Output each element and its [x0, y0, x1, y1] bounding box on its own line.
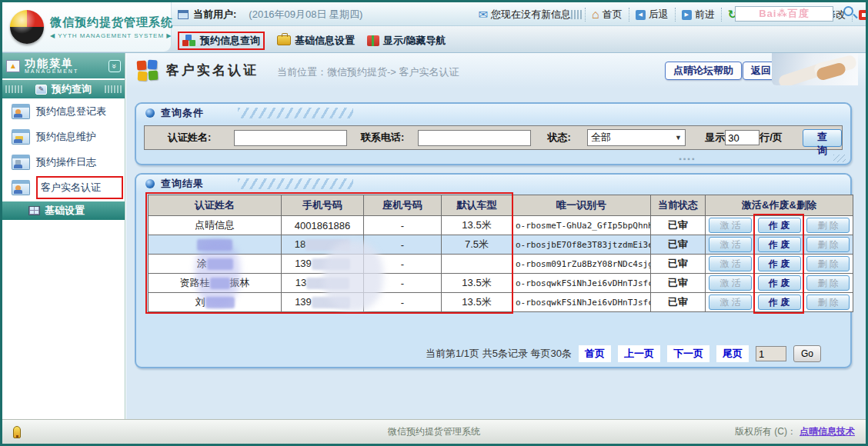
invalidate-button[interactable]: 作 废 — [758, 218, 801, 233]
home-label: 首页 — [603, 8, 623, 22]
redacted-blob — [207, 258, 233, 270]
sidebar-item-info-maintenance[interactable]: 预约信息维护 — [2, 124, 125, 149]
back-link[interactable]: ◀ 后退 — [629, 8, 675, 22]
status-label: 状态: — [531, 131, 587, 145]
table-row: 刘 139 - 13.5米 o-rbosqwkFSiNhJei6vDHnTJsf… — [149, 293, 853, 312]
sidebar-item-realname-auth[interactable]: 客户实名认证 — [2, 175, 125, 200]
status-select[interactable]: 全部 ▼ — [587, 129, 686, 146]
auth-name-input[interactable] — [234, 130, 347, 146]
activate-button: 激 活 — [709, 256, 752, 271]
stripe-decoration — [5, 85, 22, 93]
col-actions: 激活&作废&删除 — [706, 195, 853, 216]
form-person-icon — [12, 104, 30, 119]
auth-name-cell[interactable] — [149, 235, 282, 255]
col-truck-type: 默认车型 — [442, 195, 512, 216]
name-text: 刘 — [195, 296, 205, 308]
search-button[interactable]: 查询 — [803, 129, 842, 147]
auth-name-cell[interactable]: 点晴信息 — [149, 216, 282, 235]
copyright-link[interactable]: 点晴信息技术 — [800, 425, 855, 438]
query-panel-title: 查询条件 — [161, 106, 204, 120]
redacted-blob — [312, 258, 350, 270]
search-icon[interactable] — [843, 6, 853, 16]
nav-item-basic-settings[interactable]: 基础信息设置 — [277, 34, 355, 48]
uid-cell: o-rbosm091rZu8BzY08rNDc4sjgw — [512, 255, 651, 274]
window-icon — [178, 10, 189, 19]
breadcrumb: 当前位置：微信预约提货-> 客户实名认证 — [277, 65, 459, 79]
landline-cell: - — [364, 274, 442, 293]
truck-cell: 13.5米 — [442, 293, 512, 312]
auth-name-label: 认证姓名: — [145, 131, 234, 145]
auth-name-cell[interactable]: 资路桂振林 — [149, 274, 282, 293]
auth-name-cell[interactable]: 刘 — [149, 293, 282, 312]
pagination-summary: 当前第1/1页 共5条记录 每页30条 — [426, 347, 572, 361]
invalidate-button[interactable]: 作 废 — [758, 295, 801, 310]
rows-per-page-input[interactable] — [725, 130, 760, 145]
invalidate-button[interactable]: 作 废 — [758, 256, 801, 271]
sidebar-item-label: 客户实名认证 — [36, 176, 123, 199]
nav-toggle-label: 显示/隐藏导航 — [383, 34, 446, 48]
delete-button: 删 除 — [806, 218, 850, 233]
baidu-watermark: Bai⁂百度 — [759, 7, 810, 21]
status-cell: 已审 — [651, 235, 706, 255]
sidebar-section-appointment-query[interactable]: ✎ 预约查询 — [2, 80, 125, 98]
pencil-icon: ✎ — [35, 85, 47, 95]
sidebar-section-basic-settings[interactable]: 基础设置 — [2, 201, 125, 220]
col-auth-name: 认证姓名 — [149, 195, 282, 216]
mobile-cell: 139 — [282, 255, 364, 274]
nav-item-toggle-sidebar[interactable]: 显示/隐藏导航 — [367, 34, 446, 48]
main-content: 客户实名认证 当前位置：微信预约提货-> 客户实名认证 点晴论坛帮助 返回 查询… — [126, 53, 866, 419]
actions-cell: 激 活 作 废 删 除 — [706, 235, 853, 255]
panel-drag-handle[interactable]: ▪▪▪▪ — [679, 155, 696, 163]
actions-cell: 激 活 作 废 删 除 — [706, 216, 853, 235]
forward-label: 前进 — [695, 8, 715, 22]
query-form: 认证姓名: 联系电话: 状态: 全部 ▼ 显示 行/页 查询 — [144, 125, 843, 150]
mobile-text: 139 — [295, 296, 312, 308]
home-link[interactable]: ⌂ 首页 — [585, 8, 629, 22]
show-label: 显示 — [705, 131, 725, 145]
sidebar-header: ▲ 功能菜单 MANAGEMENT » — [2, 53, 125, 78]
forum-help-button[interactable]: 点晴论坛帮助 — [665, 62, 742, 80]
footer: 微信预约提货管理系统 版权所有 (C)： 点晴信息技术 — [2, 419, 866, 444]
sidebar-collapse-button[interactable]: » — [108, 60, 121, 72]
forward-link[interactable]: ▶ 前进 — [675, 8, 721, 22]
prev-page-link[interactable]: 上一页 — [618, 345, 660, 362]
sidebar-item-registration-list[interactable]: 预约信息登记表 — [2, 98, 125, 124]
landline-cell: - — [364, 235, 442, 255]
table-row: 涂 139 - o-rbosm091rZu8BzY08rNDc4sjgw 已审 … — [149, 255, 853, 274]
page-blocks-icon — [137, 60, 159, 82]
baidu-search-input[interactable]: Bai⁂百度 — [735, 6, 833, 22]
redacted-blob — [306, 278, 349, 289]
cubes-icon — [182, 35, 196, 47]
folder-screen-icon — [12, 129, 30, 145]
sidebar-title: 功能菜单 — [25, 58, 78, 68]
mobile-text: 13 — [295, 277, 306, 288]
contact-phone-input[interactable] — [418, 130, 531, 146]
delete-button: 删 除 — [806, 275, 850, 291]
redacted-blob — [312, 297, 350, 308]
nav-item-appointment-query[interactable]: 预约信息查询 — [178, 32, 265, 50]
col-status: 当前状态 — [651, 195, 706, 216]
next-page-link[interactable]: 下一页 — [667, 345, 709, 362]
go-button[interactable]: Go — [793, 345, 821, 362]
invalidate-button[interactable]: 作 废 — [758, 237, 801, 252]
contact-phone-label: 联系电话: — [347, 131, 418, 145]
col-mobile: 手机号码 — [282, 195, 364, 216]
nav-settings-label: 基础信息设置 — [295, 34, 355, 48]
forward-icon: ▶ — [682, 10, 692, 20]
sidebar-subtitle: MANAGEMENT — [25, 68, 78, 74]
name-text: 资路桂 — [180, 277, 210, 288]
col-unique-id: 唯一识别号 — [512, 195, 651, 216]
last-page-link[interactable]: 尾页 — [716, 345, 749, 362]
page-number-input[interactable] — [756, 346, 786, 361]
activate-button: 激 活 — [709, 237, 752, 252]
landline-cell: - — [364, 255, 442, 274]
first-page-link[interactable]: 首页 — [579, 345, 611, 362]
sidebar-item-label: 预约信息登记表 — [36, 105, 106, 118]
nav-query-label: 预约信息查询 — [200, 34, 260, 48]
status-cell: 已审 — [651, 274, 706, 293]
sidebar-item-operation-log[interactable]: 预约操作日志 — [2, 149, 125, 175]
app-logo-icon — [10, 10, 44, 44]
uid-cell: o-rbosqwkFSiNhJei6vDHnTJsfc0 — [512, 293, 651, 312]
auth-name-cell[interactable]: 涂 — [149, 255, 282, 274]
invalidate-button[interactable]: 作 废 — [758, 275, 801, 291]
